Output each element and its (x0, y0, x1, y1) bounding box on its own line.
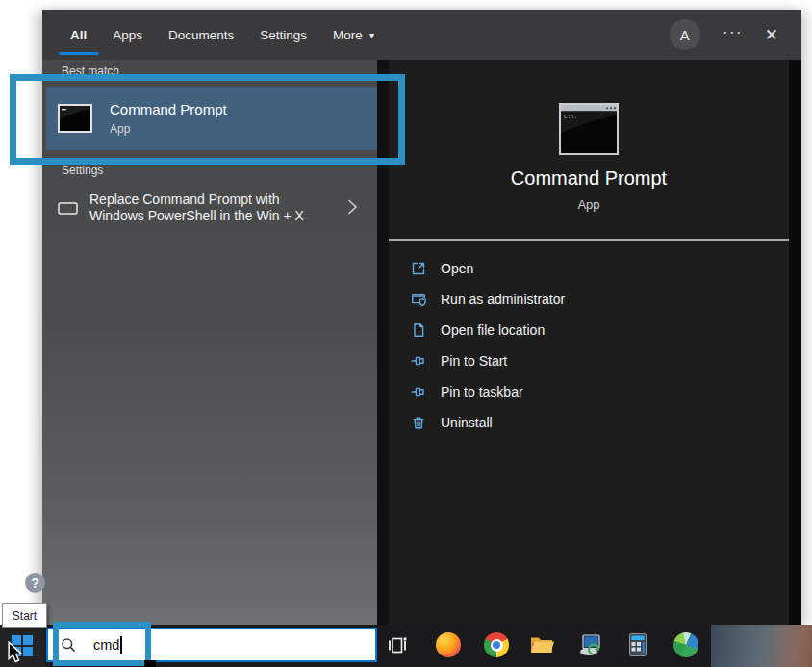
firefox-icon[interactable] (436, 632, 461, 657)
action-file-location-label: Open file location (441, 322, 545, 338)
user-avatar[interactable]: A (670, 19, 700, 50)
task-view-icon[interactable] (386, 634, 409, 657)
topbar-controls: A ··· ✕ (670, 10, 778, 60)
tab-settings-label: Settings (260, 28, 307, 42)
calculator-icon[interactable] (625, 632, 650, 657)
preview-divider (389, 239, 789, 241)
settings-result-replace-cmd[interactable]: Replace Command Prompt with Windows Powe… (42, 183, 377, 233)
highlight-box-best-match (10, 74, 405, 165)
file-location-icon (410, 321, 427, 339)
windows-start-search-screen: All Apps Documents Settings More ▾ A (0, 0, 812, 667)
action-pin-start-label: Pin to Start (441, 353, 507, 369)
preview-title: Command Prompt (389, 167, 789, 190)
blurred-tray-region (711, 625, 812, 667)
action-open-file-location[interactable]: Open file location (389, 315, 789, 346)
tab-documents-label: Documents (168, 28, 234, 42)
chevron-down-icon: ▾ (369, 30, 374, 40)
setting-toggle-icon (58, 202, 78, 215)
more-options-icon[interactable]: ··· (723, 27, 743, 42)
pin-icon (410, 352, 427, 370)
file-explorer-icon[interactable] (529, 632, 554, 657)
close-icon[interactable]: ✕ (765, 25, 778, 45)
trash-icon (410, 414, 427, 431)
tab-all[interactable]: All (70, 10, 87, 60)
tab-apps-label: Apps (113, 28, 142, 42)
remote-desktop-icon[interactable] (578, 632, 603, 657)
action-pin-taskbar-label: Pin to taskbar (441, 384, 523, 399)
highlight-box-search-input (53, 622, 151, 666)
preview-type: App (389, 197, 789, 212)
tab-more-label: More (333, 28, 363, 42)
open-icon (410, 260, 427, 277)
tab-apps[interactable]: Apps (113, 10, 142, 60)
highlight-box-handle (144, 660, 156, 667)
action-pin-to-taskbar[interactable]: Pin to taskbar (389, 376, 789, 407)
chevron-right-icon (347, 198, 358, 216)
settings-line2: Windows PowerShell in the Win + X (89, 208, 304, 224)
admin-shield-icon (410, 291, 427, 308)
network-globe-icon[interactable] (673, 632, 698, 657)
tab-settings[interactable]: Settings (260, 10, 307, 60)
menu-right-edge (789, 60, 801, 625)
action-uninstall[interactable]: Uninstall (389, 407, 789, 438)
action-run-as-administrator[interactable]: Run as administrator (389, 284, 789, 315)
tab-all-label: All (70, 28, 87, 42)
action-open-label: Open (441, 261, 473, 276)
chrome-icon[interactable] (484, 632, 509, 657)
settings-section-label: Settings (62, 164, 103, 177)
icon-prompt-text: C:\. (564, 114, 577, 120)
tab-documents[interactable]: Documents (168, 10, 234, 60)
settings-result-text: Replace Command Prompt with Windows Powe… (89, 192, 304, 224)
search-filter-bar: All Apps Documents Settings More ▾ A (42, 10, 801, 60)
pin-icon (410, 383, 427, 400)
context-actions: Open Run as administrator Open file loca… (389, 253, 789, 438)
action-open[interactable]: Open (389, 253, 789, 284)
mouse-cursor (8, 641, 23, 664)
start-tooltip: Start (2, 603, 47, 628)
action-pin-to-start[interactable]: Pin to Start (389, 346, 789, 376)
tab-more[interactable]: More ▾ (333, 10, 374, 60)
help-icon[interactable]: ? (25, 573, 45, 593)
filter-tabs: All Apps Documents Settings More ▾ (70, 10, 374, 60)
action-run-admin-label: Run as administrator (441, 292, 565, 307)
command-prompt-large-icon: C:\. (559, 103, 619, 155)
action-uninstall-label: Uninstall (441, 415, 493, 430)
preview-panel: C:\. Command Prompt App Open Run as admi… (389, 60, 789, 625)
settings-line1: Replace Command Prompt with (89, 192, 304, 208)
tab-selected-underline (59, 52, 98, 55)
